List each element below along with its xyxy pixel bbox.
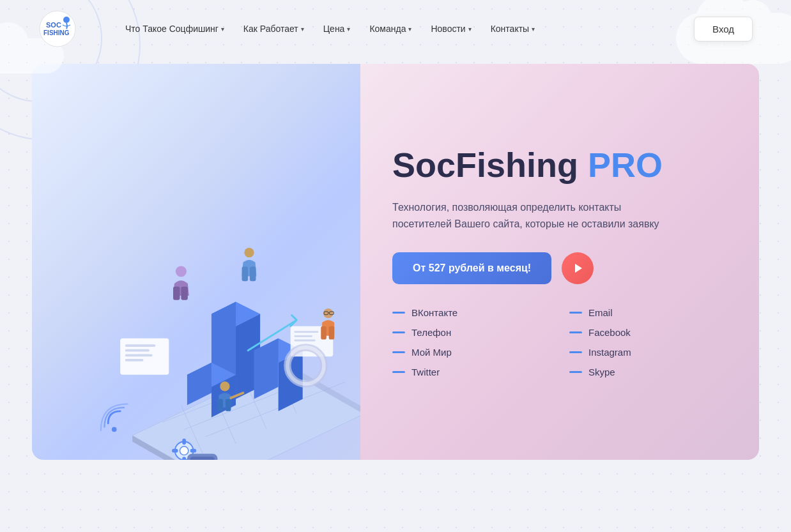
svg-rect-14 [125,354,153,356]
feature-moy-mir: Мой Мир [392,347,544,358]
chevron-down-icon: ▾ [532,26,535,33]
chevron-down-icon: ▾ [468,26,472,33]
nav-item-contacts[interactable]: Контакты ▾ [483,19,542,39]
feature-instagram: Instagram [569,347,721,358]
feature-facebook: Facebook [569,327,721,338]
svg-point-39 [220,381,229,391]
feature-skype: Skype [569,367,721,377]
login-button[interactable]: Вход [694,17,753,42]
cta-arrow-button[interactable] [562,252,594,284]
hero-cta-row: От 527 рублей в месяц! [392,252,721,284]
cta-price-button[interactable]: От 527 рублей в месяц! [392,252,551,284]
feature-vkontakte: ВКонтакте [392,307,544,318]
svg-rect-37 [321,326,326,340]
logo-icon: SOC FISHING [38,10,77,48]
svg-rect-15 [125,359,144,361]
logo-link[interactable]: SOC FISHING [38,10,79,48]
hero-title: SocFishing PRO [392,146,721,184]
svg-point-22 [180,446,188,455]
feature-dash-icon [392,371,405,373]
svg-rect-28 [173,287,180,300]
svg-point-20 [112,427,117,432]
chevron-down-icon: ▾ [347,26,350,33]
svg-rect-18 [294,335,312,337]
svg-rect-12 [125,344,156,347]
feature-phone: Телефон [392,327,544,338]
svg-rect-45 [190,457,215,460]
svg-rect-38 [329,326,335,340]
header: SOC FISHING Что Такое Соцфишинг ▾ Как Ра… [0,0,791,57]
svg-rect-23 [182,439,186,445]
hero-illustration [32,64,360,460]
illustration-area [32,64,360,460]
chevron-down-icon: ▾ [301,26,304,33]
svg-text:SOC: SOC [46,21,61,29]
svg-point-27 [176,266,187,277]
svg-point-0 [40,11,75,47]
main-nav: Что Такое Соцфишинг ▾ Как Работает ▾ Цен… [118,19,694,39]
nav-item-how[interactable]: Как Работает ▾ [236,19,312,39]
svg-text:FISHING: FISHING [43,29,70,36]
nav-item-news[interactable]: Новости ▾ [423,19,479,39]
feature-dash-icon [392,331,405,333]
hero-svg-illustration [38,83,409,460]
feature-dash-icon [569,331,582,333]
svg-rect-17 [294,331,318,333]
svg-rect-13 [125,349,150,352]
hero-section: SocFishing PRO Технология, позволяющая о… [32,64,759,460]
hero-subtitle: Технология, позволяющая определить конта… [392,199,661,232]
svg-rect-40 [217,399,223,411]
play-icon [571,261,585,275]
svg-rect-11 [120,338,169,375]
svg-point-3 [63,17,70,23]
feature-dash-icon [392,351,405,353]
feature-dash-icon [569,312,582,314]
svg-rect-29 [181,287,187,300]
svg-rect-25 [172,449,178,453]
svg-rect-32 [250,266,256,281]
svg-rect-41 [226,399,231,411]
feature-dash-icon [392,312,405,314]
feature-twitter: Twitter [392,367,544,377]
hero-content: SocFishing PRO Технология, позволяющая о… [360,64,759,460]
svg-marker-49 [575,264,582,273]
chevron-down-icon: ▾ [221,26,224,33]
feature-email: Email [569,307,721,318]
nav-item-price[interactable]: Цена ▾ [316,19,358,39]
nav-item-what[interactable]: Что Такое Соцфишинг ▾ [118,19,232,39]
chevron-down-icon: ▾ [408,26,411,33]
feature-dash-icon [569,371,582,373]
features-grid: ВКонтакте Email Телефон Facebook Мой Мир… [392,307,721,377]
svg-rect-26 [190,449,197,453]
feature-dash-icon [569,351,582,353]
svg-rect-19 [294,340,315,342]
svg-rect-31 [242,266,249,281]
svg-point-30 [244,248,254,257]
nav-item-team[interactable]: Команда ▾ [362,19,419,39]
